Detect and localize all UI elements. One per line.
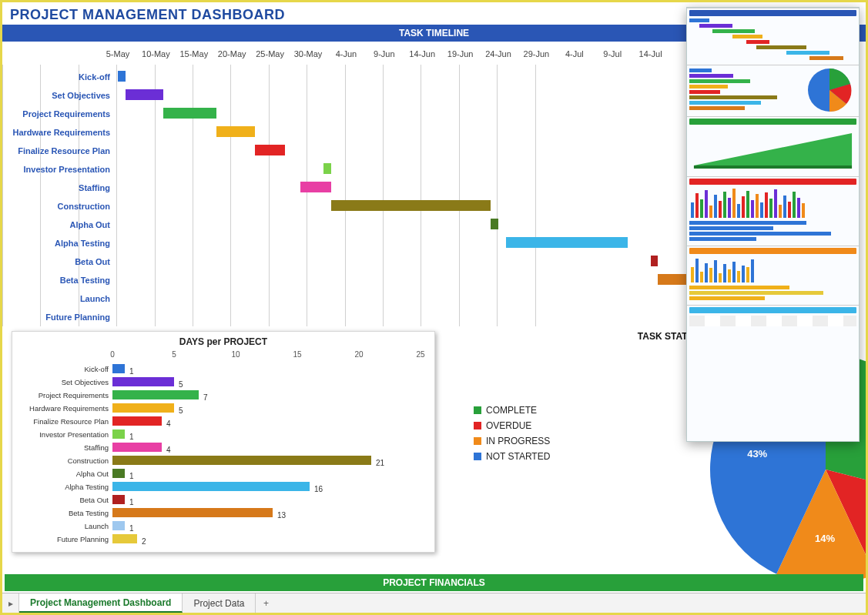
dpp-value: 2 bbox=[142, 537, 146, 546]
sheet-nav-prev[interactable]: ▸ bbox=[2, 593, 19, 613]
dpp-row: Beta Out1 bbox=[20, 493, 427, 506]
gantt-bar bbox=[331, 200, 491, 211]
dpp-x-tick: 10 bbox=[231, 350, 240, 359]
gantt-bar bbox=[126, 89, 163, 100]
gantt-task-label: Future Planning bbox=[2, 308, 114, 326]
dpp-row: Staffing4 bbox=[20, 441, 427, 454]
dpp-value: 5 bbox=[179, 406, 183, 415]
svg-marker-1 bbox=[694, 133, 852, 165]
gantt-task-label: Alpha Testing bbox=[2, 234, 114, 252]
dpp-label: Beta Testing bbox=[20, 506, 109, 520]
gantt-x-tick: 15-May bbox=[179, 49, 208, 58]
gantt-task-label: Launch bbox=[2, 289, 114, 308]
gantt-x-tick: 30-May bbox=[294, 49, 323, 58]
dpp-row: Launch1 bbox=[20, 520, 427, 533]
dpp-label: Beta Out bbox=[20, 493, 109, 506]
dpp-bar bbox=[112, 364, 125, 373]
dpp-label: Finalize Resource Plan bbox=[20, 415, 109, 428]
gantt-task-label: Finalize Resource Plan bbox=[2, 142, 114, 160]
dpp-row: Alpha Out1 bbox=[20, 467, 427, 480]
dpp-row: Alpha Testing16 bbox=[20, 480, 427, 493]
gantt-task-label: Project Requirements bbox=[2, 105, 114, 123]
dpp-bar bbox=[112, 469, 125, 478]
gantt-bar bbox=[491, 219, 498, 229]
dpp-value: 1 bbox=[129, 524, 134, 533]
dpp-bar bbox=[112, 508, 273, 517]
dpp-value: 1 bbox=[129, 433, 134, 441]
gantt-x-tick: 9-Jun bbox=[374, 49, 395, 58]
gantt-task-label: Set Objectives bbox=[2, 86, 114, 105]
dpp-row: Beta Testing13 bbox=[20, 506, 427, 520]
gantt-task-label: Beta Out bbox=[2, 252, 114, 271]
gantt-x-tick: 14-Jun bbox=[409, 49, 435, 58]
gantt-x-tick: 14-Jul bbox=[639, 49, 662, 58]
gantt-bar bbox=[216, 126, 254, 137]
gantt-task-label: Hardware Requirements bbox=[2, 123, 114, 142]
dpp-value: 13 bbox=[277, 511, 286, 520]
dpp-row: Set Objectives5 bbox=[20, 376, 427, 389]
sheet-tab-bar: ▸ Project Management Dashboard Project D… bbox=[2, 593, 866, 613]
gantt-bar bbox=[118, 71, 126, 82]
dpp-row: Project Requirements7 bbox=[20, 389, 427, 402]
dpp-label: Future Planning bbox=[20, 533, 109, 546]
gantt-row: Set Objectives bbox=[118, 86, 689, 105]
gantt-bar bbox=[651, 256, 659, 266]
sheet-add-button[interactable]: + bbox=[256, 593, 276, 613]
legend-notstarted: NOT STARTED bbox=[486, 451, 550, 462]
gantt-task-label: Kick-off bbox=[2, 68, 114, 86]
dpp-x-tick: 0 bbox=[110, 350, 115, 359]
gantt-task-label: Construction bbox=[2, 197, 114, 216]
pie-slice-label: 43% bbox=[747, 448, 767, 460]
dpp-value: 4 bbox=[166, 446, 171, 454]
dashboard-thumbnail bbox=[686, 7, 860, 442]
gantt-x-tick: 29-Jun bbox=[524, 49, 550, 58]
dpp-label: Alpha Out bbox=[20, 467, 109, 480]
dpp-row: Future Planning2 bbox=[20, 533, 427, 546]
dpp-bar bbox=[112, 377, 174, 386]
gantt-x-tick: 9-Jul bbox=[603, 49, 622, 58]
gantt-x-tick: 25-May bbox=[256, 49, 284, 58]
dpp-x-tick: 5 bbox=[172, 350, 176, 359]
gantt-row: Hardware Requirements bbox=[118, 123, 689, 142]
dpp-value: 5 bbox=[179, 380, 183, 389]
legend-overdue: OVERDUE bbox=[486, 420, 531, 431]
dpp-bar bbox=[112, 443, 162, 452]
gantt-bar bbox=[506, 237, 628, 248]
dpp-row: Finalize Resource Plan4 bbox=[20, 415, 427, 428]
dpp-bar bbox=[112, 456, 371, 465]
dpp-label: Set Objectives bbox=[20, 376, 109, 389]
dpp-x-tick: 20 bbox=[354, 350, 363, 359]
dpp-bar bbox=[112, 416, 162, 426]
dpp-bar bbox=[112, 534, 137, 543]
gantt-row: Investor Presentation bbox=[118, 160, 689, 179]
sheet-tab-project-data[interactable]: Project Data bbox=[183, 593, 256, 613]
gantt-row: Future Planning bbox=[118, 308, 689, 326]
gantt-row: Kick-off bbox=[118, 68, 689, 86]
gantt-task-label: Alpha Out bbox=[2, 216, 114, 234]
svg-marker-2 bbox=[694, 165, 852, 169]
dpp-label: Investor Presentation bbox=[20, 428, 109, 441]
dpp-bar bbox=[112, 482, 310, 491]
dpp-value: 21 bbox=[376, 459, 384, 467]
financials-header: PROJECT FINANCIALS bbox=[5, 574, 863, 591]
gantt-row: Beta Testing bbox=[118, 271, 689, 289]
dpp-x-tick: 25 bbox=[416, 350, 424, 359]
sheet-tab-dashboard[interactable]: Project Management Dashboard bbox=[19, 593, 183, 613]
dpp-row: Hardware Requirements5 bbox=[20, 402, 427, 415]
gantt-row: Project Requirements bbox=[118, 105, 689, 123]
dpp-x-tick: 15 bbox=[293, 350, 301, 359]
gantt-x-tick: 19-Jun bbox=[447, 49, 474, 58]
legend-inprogress: IN PROGRESS bbox=[486, 436, 550, 446]
dpp-value: 7 bbox=[203, 393, 208, 402]
gantt-row: Launch bbox=[118, 289, 689, 308]
days-per-project-chart: DAYS per PROJECT 0510152025 Kick-off1Set… bbox=[12, 331, 435, 553]
dpp-value: 1 bbox=[129, 367, 134, 376]
dpp-bar bbox=[112, 495, 125, 504]
gantt-row: Alpha Out bbox=[118, 216, 689, 234]
gantt-x-tick: 20-May bbox=[218, 49, 246, 58]
gantt-x-tick: 10-May bbox=[142, 49, 170, 58]
dpp-value: 16 bbox=[314, 485, 323, 493]
gantt-row: Alpha Testing bbox=[118, 234, 689, 252]
gantt-x-tick: 4-Jun bbox=[336, 49, 357, 58]
gantt-row: Beta Out bbox=[118, 252, 689, 271]
